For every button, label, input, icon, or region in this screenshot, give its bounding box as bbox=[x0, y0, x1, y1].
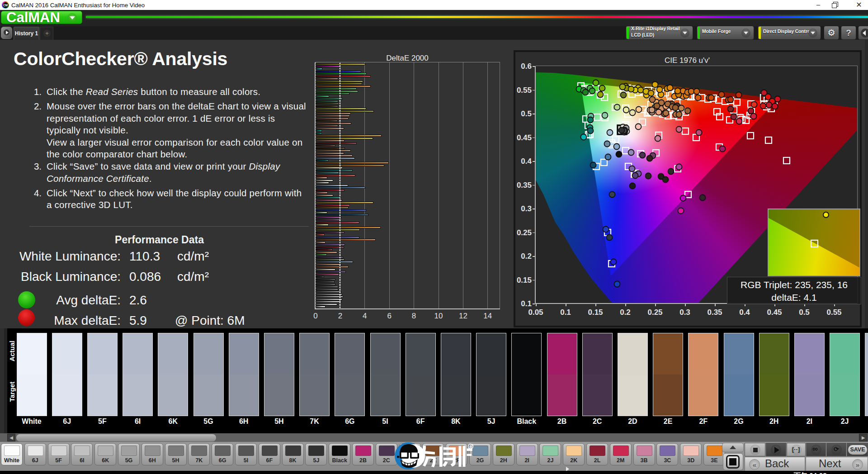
svg-text:R: R bbox=[469, 445, 472, 449]
